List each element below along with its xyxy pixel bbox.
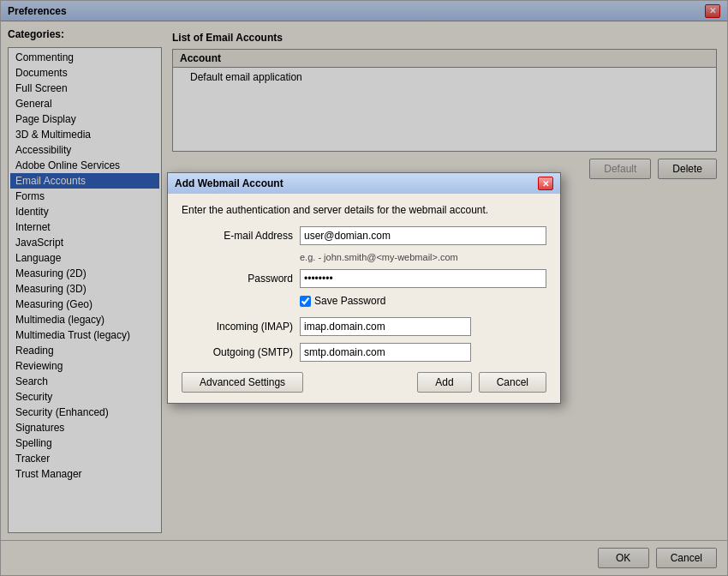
password-input[interactable] — [300, 269, 546, 288]
outgoing-row: Outgoing (SMTP) — [182, 343, 546, 362]
email-row: E-mail Address — [182, 226, 546, 245]
password-row: Password — [182, 269, 546, 288]
add-button[interactable]: Add — [417, 372, 471, 393]
dialog-button-row: Advanced Settings Add Cancel — [182, 372, 546, 393]
preferences-window: Preferences ✕ Categories: CommentingDocu… — [0, 0, 728, 576]
email-hint: e.g. - john.smith@<my-webmail>.com — [300, 252, 546, 262]
add-webmail-dialog: Add Webmail Account ✕ Enter the authenti… — [167, 172, 561, 404]
advanced-settings-button[interactable]: Advanced Settings — [182, 372, 303, 393]
dialog-title: Add Webmail Account — [175, 177, 283, 189]
dialog-close-button[interactable]: ✕ — [538, 177, 553, 190]
outgoing-input[interactable] — [300, 343, 471, 362]
dialog-body: Enter the authentication and server deta… — [168, 194, 560, 403]
email-label: E-mail Address — [182, 230, 293, 242]
incoming-row: Incoming (IMAP) — [182, 317, 546, 336]
dialog-description: Enter the authentication and server deta… — [182, 204, 546, 216]
save-password-label[interactable]: Save Password — [314, 295, 385, 307]
outgoing-label: Outgoing (SMTP) — [182, 346, 293, 358]
email-input[interactable] — [300, 226, 546, 245]
dialog-title-bar: Add Webmail Account ✕ — [168, 173, 560, 194]
password-label: Password — [182, 273, 293, 285]
incoming-label: Incoming (IMAP) — [182, 321, 293, 333]
dialog-cancel-button[interactable]: Cancel — [479, 372, 546, 393]
save-password-checkbox[interactable] — [300, 296, 311, 307]
modal-overlay: Add Webmail Account ✕ Enter the authenti… — [1, 1, 727, 575]
incoming-input[interactable] — [300, 317, 471, 336]
save-password-row: Save Password — [300, 295, 546, 307]
